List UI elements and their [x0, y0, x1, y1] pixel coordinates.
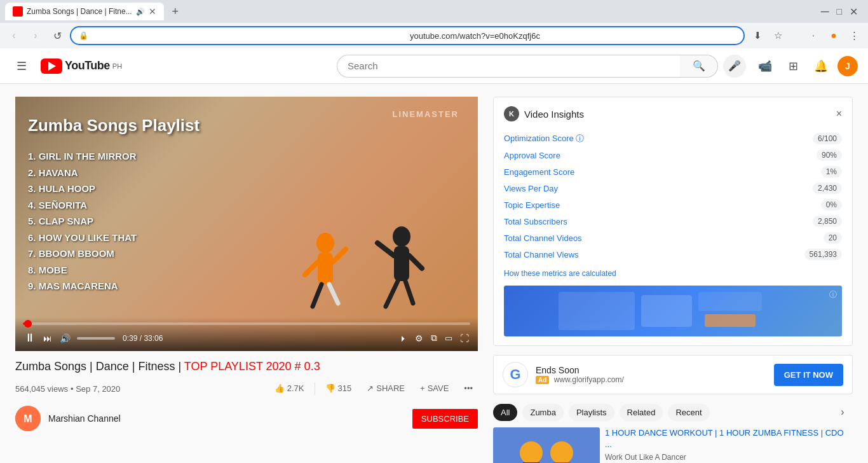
channel-name[interactable]: Marshian Channel	[48, 413, 121, 424]
share-btn[interactable]: ↗ SHARE	[362, 380, 410, 397]
chips-next-btn[interactable]: ›	[832, 402, 853, 422]
playlist-item-4: 4. SEÑORITA	[28, 197, 200, 214]
address-bar[interactable]: 🔒 youtube.com/watch?v=e0hoKzqfj6c	[70, 26, 745, 45]
progress-dot	[24, 320, 32, 328]
insights-metrics-link[interactable]: How these metrics are calculated	[504, 269, 842, 278]
svg-line-10	[386, 281, 398, 307]
dancer-svg	[275, 205, 452, 319]
youtube-logo-icon	[41, 59, 62, 74]
svg-text:M: M	[24, 413, 32, 424]
controls-right: ⏵ ⚙ ⧉ ▭ ⛶	[398, 331, 470, 345]
maximize-btn[interactable]: □	[837, 6, 842, 17]
search-btn[interactable]: 🔍	[680, 55, 718, 78]
theater-btn[interactable]: ▭	[444, 332, 454, 344]
user-avatar[interactable]: J	[837, 56, 858, 76]
search-bar: 🔍	[337, 55, 718, 78]
svg-line-3	[333, 249, 346, 262]
video-section: Zumba Songs Playlist 1. GIRL IN THE MIRR…	[15, 97, 478, 463]
create-video-btn[interactable]: 📹	[754, 55, 776, 78]
pause-btn[interactable]: ⏸	[23, 330, 37, 346]
browser-navbar: ‹ › ↺ 🔒 youtube.com/watch?v=e0hoKzqfj6c …	[0, 23, 868, 48]
youtube-logo[interactable]: YouTubePH	[41, 59, 122, 74]
chip-playlists[interactable]: Playlists	[569, 404, 614, 421]
skip-btn[interactable]: ⏭	[42, 332, 53, 345]
volume-slider[interactable]	[77, 337, 115, 340]
time-display: 0:39 / 33:06	[123, 334, 163, 343]
insights-row-6: Total Channel Videos 20	[504, 230, 842, 246]
fullscreen-btn[interactable]: ⛶	[459, 332, 470, 345]
ad-badge: Ad	[536, 376, 549, 384]
insights-close-btn[interactable]: ×	[836, 108, 842, 120]
save-btn[interactable]: + SAVE	[415, 380, 454, 397]
close-btn[interactable]: ✕	[850, 6, 858, 18]
miniplayer-btn[interactable]: ⧉	[430, 331, 438, 345]
chip-all[interactable]: All	[493, 404, 517, 421]
ad-cta-btn[interactable]: GET IT NOW	[774, 364, 843, 386]
metric-label-0: Optimization Score ⓘ	[504, 133, 584, 144]
dislike-btn[interactable]: 👎 315	[320, 380, 357, 397]
settings-btn[interactable]: ⚙	[414, 332, 424, 345]
tab-close-btn[interactable]: ✕	[149, 6, 156, 17]
minimize-btn[interactable]: ─	[821, 5, 829, 18]
search-input[interactable]	[337, 55, 680, 78]
browser-tab[interactable]: Zumba Songs | Dance | Fitne... 🔊 ✕	[5, 3, 164, 20]
svg-rect-17	[705, 314, 756, 327]
back-btn[interactable]: ‹	[5, 27, 23, 45]
volume-btn[interactable]: 🔊	[58, 332, 72, 345]
voice-search-btn[interactable]: 🎤	[723, 55, 746, 78]
new-tab-btn[interactable]: +	[166, 3, 184, 20]
profile-btn[interactable]: ●	[825, 27, 843, 45]
tab-mute-icon[interactable]: 🔊	[136, 8, 145, 16]
metric-value-0: 6/100	[813, 133, 842, 144]
video-player[interactable]: Zumba Songs Playlist 1. GIRL IN THE MIRR…	[15, 97, 478, 351]
cast-btn[interactable]: ⬞	[804, 27, 822, 45]
ad-title: Ends Soon	[536, 365, 766, 375]
autoplay-toggle[interactable]: ⏵	[398, 333, 409, 344]
nav-right-buttons: ⬇ ☆ ⬞ ● ⋮	[749, 27, 863, 45]
apps-btn[interactable]: ⊞	[782, 55, 804, 78]
hamburger-menu-btn[interactable]: ☰	[10, 55, 33, 78]
video-content: Zumba Songs Playlist 1. GIRL IN THE MIRR…	[15, 97, 478, 351]
video-actions: 👍 2.7K 👎 315 ↗ SHARE + SAVE	[269, 380, 478, 397]
playlist-item-2: 2. HAVANA	[28, 165, 200, 181]
share-icon: ↗	[367, 384, 374, 393]
video-insights-panel: K Video Insights × Optimization Score ⓘ …	[493, 97, 853, 346]
more-btn[interactable]: •••	[459, 380, 478, 397]
notifications-btn[interactable]: 🔔	[810, 55, 832, 78]
header-right-actions: 📹 ⊞ 🔔 J	[754, 55, 858, 78]
channel-row: M Marshian Channel SUBSCRIBE	[15, 406, 478, 431]
ad-card: G Ends Soon Ad www.glorifyapp.com/ GET I…	[493, 355, 853, 394]
svg-rect-16	[698, 292, 762, 311]
chip-recent[interactable]: Recent	[668, 404, 709, 421]
reload-btn[interactable]: ↺	[48, 27, 66, 45]
subscribe-btn[interactable]: SUBSCRIBE	[412, 409, 478, 429]
filter-chips: All Zumba Playlists Related Recent ›	[493, 402, 853, 422]
rec-thumb-img-1	[493, 427, 600, 463]
metric-label-2: Engagement Score	[504, 167, 574, 177]
ad-banner-graphic	[504, 286, 842, 336]
video-title: Zumba Songs | Dance | Fitness | TOP PLAY…	[15, 359, 478, 375]
chip-zumba[interactable]: Zumba	[522, 404, 563, 421]
insights-row-7: Total Channel Views 561,393	[504, 246, 842, 263]
channel-avatar[interactable]: M	[15, 406, 41, 431]
publish-date-value: Sep 7, 2020	[76, 384, 120, 394]
playlist-item-7: 7. BBOOM BBOOM	[28, 245, 200, 262]
playlist-item-9: 9. MAS MACARENA	[28, 278, 200, 294]
progress-bar[interactable]	[23, 322, 470, 325]
bookmark-btn[interactable]: ☆	[769, 27, 787, 45]
menu-btn[interactable]: ⋮	[845, 27, 863, 45]
sidebar: K Video Insights × Optimization Score ⓘ …	[493, 97, 853, 463]
metric-value-6: 20	[824, 232, 842, 244]
download-btn[interactable]: ⬇	[749, 27, 766, 45]
chip-related[interactable]: Related	[620, 404, 663, 421]
youtube-header: ☰ YouTubePH 🔍 🎤 📹 ⊞ 🔔 J	[0, 48, 868, 84]
svg-rect-7	[394, 246, 409, 281]
insights-title: Video Insights	[524, 109, 584, 120]
forward-btn[interactable]: ›	[27, 27, 44, 45]
playlist-item-3: 3. HULA HOOP	[28, 181, 200, 197]
metric-value-1: 90%	[817, 149, 842, 161]
insights-row-0: Optimization Score ⓘ 6/100	[504, 130, 842, 147]
playlist-item-1: 1. GIRL IN THE MIRROR	[28, 148, 200, 165]
like-btn[interactable]: 👍 2.7K	[269, 380, 309, 397]
recommended-video-1[interactable]: 1 HOUR DANCE WORKOUT | 1 HOUR ZUMBA FITN…	[493, 422, 853, 463]
